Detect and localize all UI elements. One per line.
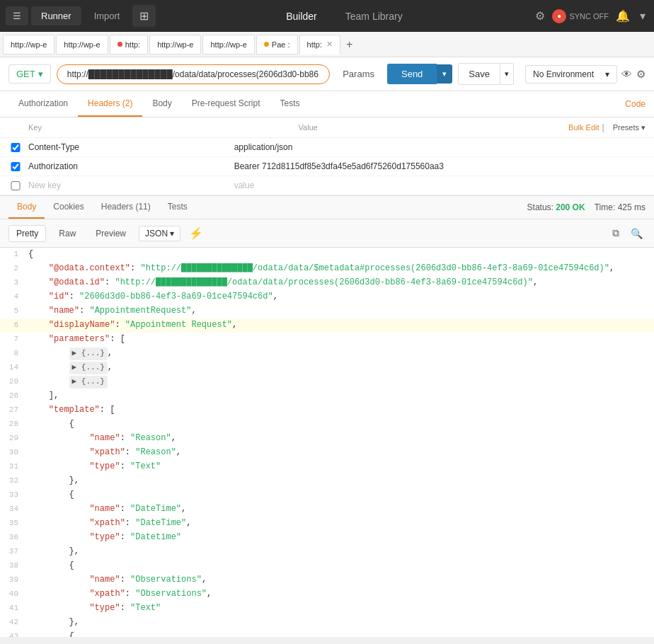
tab-headers[interactable]: Headers (2) (78, 91, 142, 117)
tab-item-2[interactable]: http://wp-e (56, 35, 108, 54)
line-content: "xpath": "Observations", (25, 587, 212, 602)
top-nav: ☰ Runner Import ⊞ Builder Team Library ⚙… (0, 0, 654, 32)
time-label: Time: (595, 202, 616, 212)
resp-tab-tests[interactable]: Tests (159, 196, 196, 219)
header-check-2[interactable] (8, 162, 23, 171)
line-number: 6 (0, 318, 25, 333)
time-value: 425 ms (618, 202, 646, 212)
tab-body[interactable]: Body (142, 91, 181, 117)
pretty-button[interactable]: Pretty (8, 225, 46, 242)
sidebar-toggle-button[interactable]: ☰ (6, 6, 28, 25)
code-link[interactable]: Code (625, 92, 646, 116)
send-button-wrap: Send ▾ (387, 64, 452, 84)
tab-item-6[interactable]: Pae : (256, 35, 298, 54)
line-number: 31 (0, 460, 25, 474)
url-input[interactable] (57, 64, 330, 84)
line-content: "xpath": "Reason", (25, 446, 181, 460)
tab-item-1[interactable]: http://wp-e (3, 35, 54, 54)
code-line: 26 ], (0, 389, 654, 403)
tab-item-3[interactable]: http: (110, 35, 148, 54)
save-button[interactable]: Save (458, 63, 500, 85)
bulk-edit-button[interactable]: Bulk Edit (568, 123, 599, 132)
code-line: 27 "template": [ (0, 403, 654, 418)
tab-item-5[interactable]: http://wp-e (202, 35, 254, 54)
line-content: { (25, 248, 33, 262)
line-content: "type": "Text" (25, 602, 161, 616)
builder-tab[interactable]: Builder (273, 11, 330, 22)
code-area: 1{2 "@odata.context": "http://██████████… (0, 248, 654, 637)
method-select[interactable]: GET ▾ (8, 64, 51, 84)
header-check-new[interactable] (8, 181, 23, 190)
header-new-row: New key value (0, 176, 654, 195)
line-content: ], (25, 389, 59, 403)
filter-button[interactable]: ⚡ (186, 224, 206, 243)
tab-item-4[interactable]: http://wp-e (149, 35, 201, 54)
resp-tab-cookies[interactable]: Cookies (45, 196, 92, 219)
save-button-wrap: Save ▾ (458, 63, 514, 85)
line-content: "name": "AppointmentRequest", (25, 304, 197, 318)
send-button[interactable]: Send (387, 64, 437, 84)
env-eye-icon[interactable]: 👁 (621, 68, 632, 80)
header-val-2: Bearer 712d8115df85e3dfa45e5ad6f75260d17… (234, 161, 646, 171)
tab-pre-request-script[interactable]: Pre-request Script (182, 91, 270, 117)
line-number: 7 (0, 333, 25, 347)
send-arrow-button[interactable]: ▾ (437, 64, 452, 84)
env-dropdown[interactable]: No Environment ▾ (525, 65, 617, 84)
headers-toolbar: Key Value Bulk Edit | Presets ▾ (0, 117, 654, 138)
tab-label: http: (307, 40, 322, 49)
code-line: 3 "@odata.id": "http://██████████████/od… (0, 276, 654, 290)
search-button[interactable]: 🔍 (628, 225, 646, 242)
code-line: 36 "type": "Datetime" (0, 531, 654, 545)
collapsed-object[interactable]: ▶ {...} (69, 376, 108, 389)
value-column-header: Value (299, 123, 569, 132)
response-toolbar: Pretty Raw Preview JSON ▾ ⚡ ⧉ 🔍 (0, 219, 654, 248)
nav-chevron-icon[interactable]: ▾ (637, 6, 648, 25)
line-number: 26 (0, 389, 25, 403)
tab-close-icon[interactable]: ✕ (326, 40, 333, 49)
tab-label: http://wp-e (11, 40, 47, 49)
resp-tab-body[interactable]: Body (8, 196, 45, 219)
params-button[interactable]: Params (335, 64, 382, 84)
tab-label: http://wp-e (64, 40, 100, 49)
line-number: 32 (0, 474, 25, 488)
preview-button[interactable]: Preview (88, 226, 133, 241)
url-row: GET ▾ Params Send ▾ Save ▾ No Environmen… (0, 57, 654, 91)
code-line: 38 { (0, 559, 654, 573)
header-val-1: application/json (234, 142, 646, 152)
line-content: { (25, 559, 74, 573)
collapsed-object[interactable]: ▶ {...} (69, 347, 108, 360)
line-content: "name": "Observations", (25, 573, 207, 587)
line-number: 36 (0, 531, 25, 545)
tab-add-button[interactable]: + (342, 38, 357, 51)
format-label: JSON (145, 229, 168, 238)
line-number: 3 (0, 276, 25, 290)
line-number: 2 (0, 262, 25, 276)
settings-icon[interactable]: ⚙ (532, 6, 548, 25)
code-line: 39 "name": "Observations", (0, 573, 654, 587)
presets-button[interactable]: Presets ▾ (613, 123, 646, 132)
code-line: 29 "name": "Reason", (0, 432, 654, 446)
raw-button[interactable]: Raw (52, 226, 83, 241)
code-line: 4 "id": "2606d3d0-bb86-4ef3-8a69-01ce475… (0, 290, 654, 304)
import-button[interactable]: Import (84, 6, 130, 25)
sync-button[interactable]: ● SYNC OFF (552, 9, 609, 23)
save-arrow-button[interactable]: ▾ (500, 63, 514, 85)
resp-tab-headers[interactable]: Headers (11) (93, 196, 159, 219)
sync-label: SYNC OFF (569, 12, 609, 21)
collapsed-object[interactable]: ▶ {...} (69, 362, 108, 374)
line-content: "xpath": "DateTime", (25, 517, 191, 531)
runner-button[interactable]: Runner (31, 6, 81, 25)
line-content: "displayName": "Appointment Request", (25, 318, 237, 333)
tab-tests[interactable]: Tests (270, 91, 309, 117)
tab-authorization[interactable]: Authorization (8, 91, 78, 117)
header-check-1[interactable] (8, 143, 23, 152)
new-tab-button[interactable]: ⊞ (132, 5, 156, 27)
format-select[interactable]: JSON ▾ (139, 226, 180, 241)
team-library-tab[interactable]: Team Library (333, 11, 415, 22)
tab-dot (117, 42, 122, 47)
bell-icon[interactable]: 🔔 (613, 6, 633, 25)
env-gear-icon[interactable]: ⚙ (636, 68, 646, 81)
copy-button[interactable]: ⧉ (609, 224, 622, 242)
tab-item-7[interactable]: http: ✕ (299, 35, 340, 54)
headers-table: Key Value Bulk Edit | Presets ▾ Content-… (0, 117, 654, 196)
